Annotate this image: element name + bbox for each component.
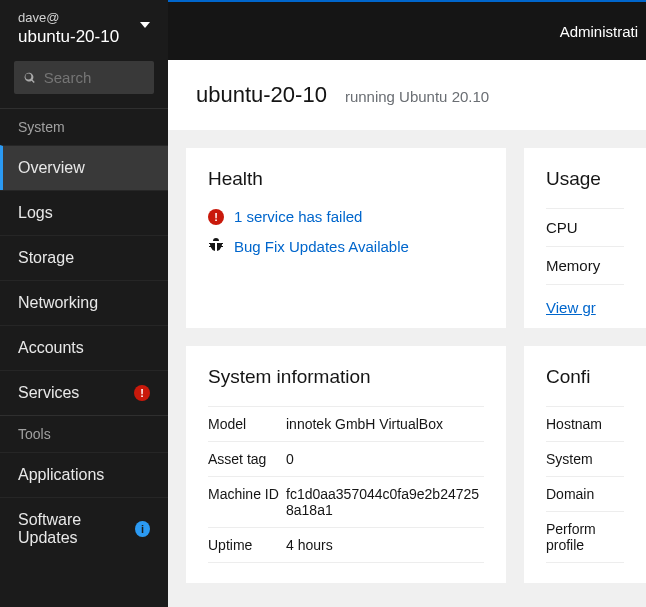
search-input[interactable] (44, 69, 144, 86)
usage-title: Usage (546, 168, 624, 190)
health-failed-link[interactable]: 1 service has failed (234, 208, 362, 225)
domain-key: Domain (546, 486, 624, 502)
info-badge-icon: i (135, 521, 150, 537)
sidebar-item-storage[interactable]: Storage (0, 235, 168, 280)
host-name: ubuntu-20-10 (18, 27, 150, 47)
sidebar-item-networking[interactable]: Networking (0, 280, 168, 325)
usage-view-link[interactable]: View gr (546, 299, 596, 316)
model-value: innotek GmbH VirtualBox (286, 416, 443, 432)
usage-card: Usage CPU Memory View gr (524, 148, 646, 328)
sysinfo-card: System information Modelinnotek GmbH Vir… (186, 346, 506, 583)
page-header: ubuntu-20-10 running Ubuntu 20.10 (168, 60, 646, 130)
config-title: Confi (546, 366, 624, 388)
uptime-key: Uptime (208, 537, 286, 553)
alert-badge-icon: ! (134, 385, 150, 401)
page-title: ubuntu-20-10 (196, 82, 327, 108)
search-icon (24, 71, 36, 85)
sidebar-item-applications[interactable]: Applications (0, 452, 168, 497)
sidebar-item-software-updates[interactable]: Software Updates i (0, 497, 168, 560)
chevron-down-icon (140, 22, 150, 28)
asset-key: Asset tag (208, 451, 286, 467)
topbar: Administrati (168, 0, 646, 60)
search-box[interactable] (14, 61, 154, 94)
health-bugfix-link[interactable]: Bug Fix Updates Available (234, 238, 409, 255)
sidebar-item-overview[interactable]: Overview (0, 145, 168, 190)
sidebar: dave@ ubuntu-20-10 System Overview Logs … (0, 0, 168, 607)
asset-value: 0 (286, 451, 294, 467)
usage-cpu-label: CPU (546, 219, 578, 236)
main-area: Administrati ubuntu-20-10 running Ubuntu… (168, 0, 646, 607)
sidebar-item-services[interactable]: Services ! (0, 370, 168, 415)
health-title: Health (208, 168, 484, 190)
machine-key: Machine ID (208, 486, 286, 518)
uptime-value: 4 hours (286, 537, 333, 553)
host-selector[interactable]: dave@ ubuntu-20-10 (0, 0, 168, 61)
model-key: Model (208, 416, 286, 432)
nav-header-tools: Tools (0, 415, 168, 452)
nav-header-system: System (0, 108, 168, 145)
sysinfo-title: System information (208, 366, 484, 388)
sidebar-item-accounts[interactable]: Accounts (0, 325, 168, 370)
health-card: Health ! 1 service has failed Bug Fix Up… (186, 148, 506, 328)
page-subtitle: running Ubuntu 20.10 (345, 88, 489, 105)
sidebar-item-logs[interactable]: Logs (0, 190, 168, 235)
machine-value: fc1d0aa357044c0fa9e2b247258a18a1 (286, 486, 484, 518)
host-user: dave@ (18, 10, 150, 25)
usage-memory-label: Memory (546, 257, 600, 274)
admin-link[interactable]: Administrati (560, 23, 638, 40)
bug-icon (208, 237, 224, 256)
hostname-key: Hostnam (546, 416, 624, 432)
systime-key: System (546, 451, 624, 467)
config-card: Confi Hostnam System Domain Performprofi… (524, 346, 646, 583)
error-icon: ! (208, 209, 224, 225)
perf-key: Performprofile (546, 521, 624, 553)
